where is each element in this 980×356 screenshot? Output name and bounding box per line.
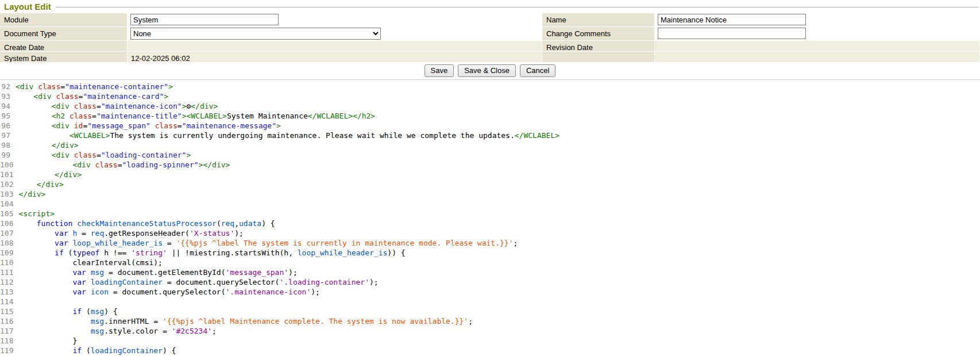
code-text: var loadingContainer = document.querySel… — [18, 277, 378, 287]
code-line[interactable]: 95 <h2 class="maintenance-title"><WCLABE… — [0, 111, 980, 121]
code-text: var loop_while_header_is = '{{%pjs ^labe… — [18, 238, 518, 248]
code-line[interactable]: 99 <div class="loading-container"> — [0, 150, 980, 160]
line-number: 96 — [0, 121, 16, 131]
code-line[interactable]: 110 clearInterval(cmsi); — [0, 258, 980, 267]
line-number: 98 — [0, 140, 16, 150]
code-line[interactable]: 117 msg.style.color = '#2c5234'; — [0, 326, 980, 336]
line-number: 95 — [0, 111, 16, 121]
code-text: <h2 class="maintenance-title"><WCLABEL>S… — [16, 111, 375, 121]
code-line[interactable]: 98 </div> — [0, 140, 980, 150]
layout-edit-page: Layout Edit Module Name Document Type No… — [0, 0, 980, 356]
code-text: <div class="maintenance-card"> — [16, 91, 168, 101]
code-line[interactable]: 106 function checkMaintenanceStatusProce… — [0, 219, 980, 228]
code-text: <div class="loading-spinner"></div> — [18, 160, 230, 170]
name-field-cell — [655, 13, 980, 27]
code-text: <div class="loading-container"> — [16, 150, 191, 160]
code-line[interactable]: 92<div class="maintenance-container"> — [0, 82, 980, 91]
code-text: function checkMaintenanceStatusProcessor… — [18, 219, 275, 228]
save-and-close-button[interactable]: Save & Close — [458, 64, 516, 77]
system-date-label: System Date — [0, 52, 128, 63]
line-number: 107 — [0, 228, 18, 238]
code-line[interactable]: 100 <div class="loading-spinner"></div> — [0, 160, 980, 170]
save-button[interactable]: Save — [425, 64, 454, 77]
empty-label-cell — [542, 52, 655, 63]
line-number: 115 — [0, 307, 18, 316]
code-line[interactable]: 114 — [0, 297, 980, 307]
code-text: clearInterval(cmsi); — [18, 258, 162, 267]
code-line[interactable]: 109 if (typeof h !== 'string' || !miestr… — [0, 248, 980, 258]
code-text: </div> — [18, 179, 63, 189]
cancel-button[interactable]: Cancel — [520, 64, 555, 77]
module-input[interactable] — [130, 14, 279, 25]
layout-form: Module Name Document Type None Change Co… — [0, 13, 980, 63]
create-date-label: Create Date — [0, 41, 128, 52]
code-text: if (msg) { — [18, 307, 117, 316]
code-line[interactable]: 116 msg.innerHTML = '{{%pjs ^label Maint… — [0, 316, 980, 326]
name-input[interactable] — [658, 14, 806, 25]
code-line[interactable]: 93 <div class="maintenance-card"> — [0, 91, 980, 101]
code-lines: 92<div class="maintenance-container">93 … — [0, 82, 980, 355]
code-text: </div> — [18, 170, 82, 179]
code-text: </div> — [18, 189, 45, 199]
code-text: var icon = document.querySelector('.main… — [18, 287, 319, 297]
code-line[interactable]: 102 </div> — [0, 179, 980, 189]
revision-date-value — [655, 41, 980, 52]
code-line[interactable]: 101 </div> — [0, 170, 980, 179]
code-text: if (loadingContainer) { — [18, 346, 176, 355]
code-line[interactable]: 94 <div class="maintenance-icon">⚙</div> — [0, 101, 980, 111]
form-row-module-name: Module Name — [0, 13, 980, 27]
line-number: 92 — [0, 82, 16, 91]
code-text: <div class="maintenance-container"> — [16, 82, 173, 91]
line-number: 116 — [0, 316, 18, 326]
code-text: var h = req.getResponseHeader('X-status'… — [18, 228, 243, 238]
code-line[interactable]: 107 var h = req.getResponseHeader('X-sta… — [0, 228, 980, 238]
code-line[interactable]: 104 — [0, 199, 980, 209]
code-text: </div> — [16, 140, 79, 150]
line-number: 102 — [0, 179, 18, 189]
code-editor[interactable]: 92<div class="maintenance-container">93 … — [0, 79, 980, 356]
module-label: Module — [0, 13, 128, 27]
line-number: 109 — [0, 248, 18, 258]
line-number: 104 — [0, 199, 18, 209]
line-number: 101 — [0, 170, 18, 179]
code-line[interactable]: 118 } — [0, 336, 980, 346]
document-type-label: Document Type — [0, 27, 128, 41]
code-text: <div class="maintenance-icon">⚙</div> — [16, 101, 218, 111]
code-text: var msg = document.getElementById('messa… — [18, 267, 297, 277]
button-bar: Save Save & Close Cancel — [0, 63, 980, 79]
code-text: <div id="message_span" class="maintenanc… — [16, 121, 281, 131]
form-row-doctype-comments: Document Type None Change Comments — [0, 27, 980, 41]
code-line[interactable]: 111 var msg = document.getElementById('m… — [0, 267, 980, 277]
change-comments-field-cell — [655, 27, 980, 41]
code-line[interactable]: 119 if (loadingContainer) { — [0, 346, 980, 355]
module-field-cell — [128, 13, 542, 27]
revision-date-label: Revision Date — [542, 41, 655, 52]
empty-field-cell — [655, 52, 980, 63]
line-number: 93 — [0, 91, 16, 101]
title-bar: Layout Edit — [0, 0, 980, 13]
line-number: 117 — [0, 326, 18, 336]
code-line[interactable]: 97 <WCLABEL>The system is currently unde… — [0, 131, 980, 140]
name-label: Name — [542, 13, 655, 27]
form-row-system-date: System Date 12-02-2025 06:02 — [0, 52, 980, 63]
code-line[interactable]: 113 var icon = document.querySelector('.… — [0, 287, 980, 297]
code-line[interactable]: 108 var loop_while_header_is = '{{%pjs ^… — [0, 238, 980, 248]
code-line[interactable]: 105<script> — [0, 209, 980, 219]
title-rule — [56, 7, 979, 7]
code-line[interactable]: 115 if (msg) { — [0, 307, 980, 316]
code-line[interactable]: 96 <div id="message_span" class="mainten… — [0, 121, 980, 131]
code-line[interactable]: 103</div> — [0, 189, 980, 199]
line-number: 97 — [0, 131, 16, 140]
line-number: 110 — [0, 258, 18, 267]
line-number: 108 — [0, 238, 18, 248]
line-number: 118 — [0, 336, 18, 346]
line-number: 99 — [0, 150, 16, 160]
code-line[interactable]: 112 var loadingContainer = document.quer… — [0, 277, 980, 287]
change-comments-input[interactable] — [658, 28, 806, 39]
line-number: 105 — [0, 209, 18, 219]
document-type-field-cell: None — [128, 27, 542, 41]
system-date-value: 12-02-2025 06:02 — [128, 52, 542, 63]
create-date-value — [128, 41, 542, 52]
document-type-select[interactable]: None — [130, 28, 381, 40]
line-number: 114 — [0, 297, 18, 307]
